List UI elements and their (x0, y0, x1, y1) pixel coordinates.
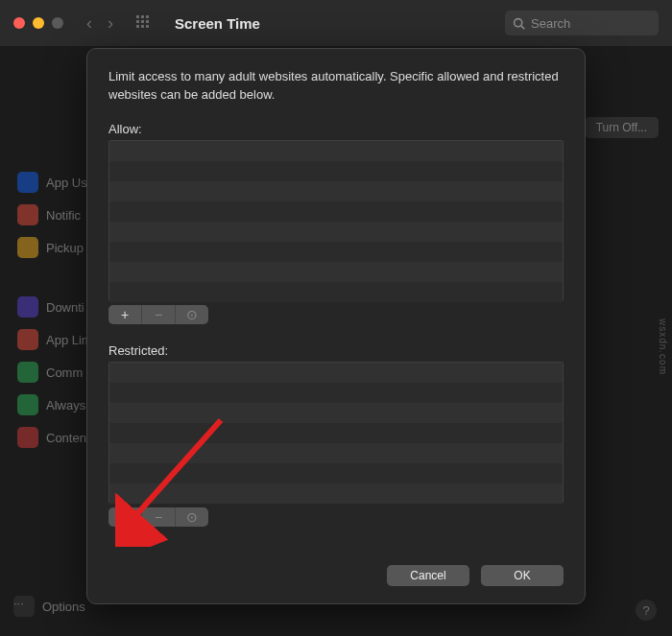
list-row (109, 141, 563, 161)
svg-point-0 (515, 18, 522, 26)
allow-button-bar: + − ⊙ (108, 305, 208, 324)
list-row (109, 363, 563, 383)
restricted-label: Restricted: (108, 343, 564, 358)
turn-off-button[interactable]: Turn Off... (585, 117, 659, 138)
search-icon (513, 17, 525, 30)
search-placeholder: Search (531, 16, 570, 31)
close-window-button[interactable] (13, 17, 25, 29)
allow-label: Allow: (108, 122, 564, 136)
forward-button[interactable]: › (108, 13, 113, 34)
all-prefs-icon[interactable] (136, 15, 152, 31)
cancel-button[interactable]: Cancel (387, 565, 469, 586)
minimize-window-button[interactable] (33, 17, 44, 29)
traffic-lights (13, 17, 63, 29)
back-button[interactable]: ‹ (86, 13, 92, 34)
window-title: Screen Time (175, 15, 260, 32)
allow-list[interactable] (108, 140, 564, 301)
sheet-description: Limit access to many adult websites auto… (108, 68, 564, 105)
restricted-add-button[interactable]: + (108, 507, 142, 527)
options-icon: ··· (13, 596, 35, 617)
website-restrictions-sheet: Limit access to many adult websites auto… (86, 48, 586, 604)
options-button[interactable]: ··· Options (13, 596, 85, 617)
watermark: wsxdn.com (658, 318, 668, 375)
restricted-list[interactable] (108, 362, 564, 504)
allow-remove-button[interactable]: − (142, 305, 176, 324)
search-field[interactable]: Search (505, 11, 659, 35)
restricted-remove-button[interactable]: − (142, 507, 176, 527)
ok-button[interactable]: OK (481, 565, 564, 586)
svg-line-1 (521, 25, 524, 28)
zoom-window-button[interactable] (52, 17, 63, 29)
window-toolbar: ‹ › Screen Time Search (0, 0, 672, 46)
allow-more-button[interactable]: ⊙ (176, 305, 208, 324)
restricted-more-button[interactable]: ⊙ (176, 507, 208, 527)
allow-add-button[interactable]: + (108, 305, 142, 324)
nav-arrows: ‹ › (86, 13, 113, 34)
restricted-button-bar: + − ⊙ (108, 507, 208, 527)
sheet-footer: Cancel OK (387, 565, 564, 586)
help-button[interactable]: ? (636, 600, 657, 621)
